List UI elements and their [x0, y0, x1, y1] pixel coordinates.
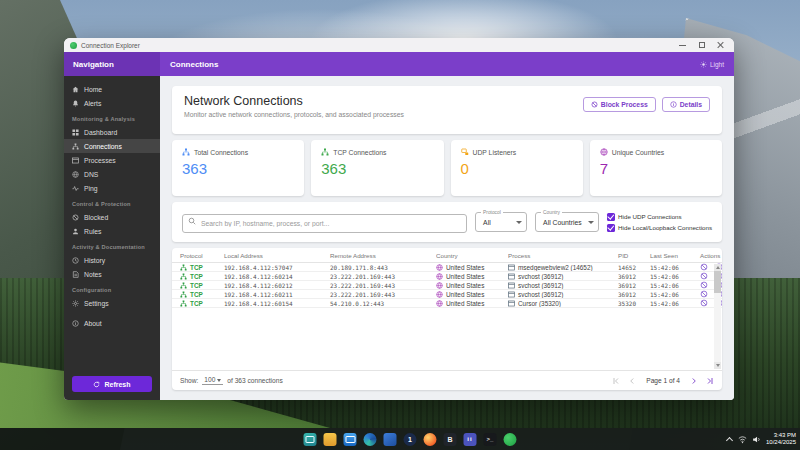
table-row[interactable]: TCP 192.168.4.112:57047 20.189.171.8:443… [172, 263, 722, 272]
page-label: Page 1 of 4 [646, 377, 680, 384]
block-action-icon[interactable] [700, 290, 708, 298]
table-row[interactable]: TCP 192.168.4.112:60214 23.222.201.169:4… [172, 272, 722, 281]
block-action-icon[interactable] [700, 272, 708, 280]
last-page-icon[interactable] [706, 377, 714, 385]
orange-browser-icon[interactable] [424, 433, 437, 446]
close-button[interactable] [717, 42, 724, 49]
next-page-icon[interactable] [690, 377, 698, 385]
table-row[interactable]: TCP 192.168.4.112:60211 23.222.201.169:4… [172, 290, 722, 299]
sidebar-item-rules[interactable]: Rules [64, 224, 160, 238]
sidebar-item-connections[interactable]: Connections [64, 139, 160, 153]
app-window: Connection Explorer Navigation Connectio… [64, 38, 734, 400]
remote-address: 23.222.201.169:443 [330, 273, 436, 280]
process-name: svchost (36912) [518, 291, 563, 298]
pid-value: 14652 [618, 264, 650, 271]
udp-icon [461, 148, 469, 156]
connection-explorer-taskbar-icon[interactable] [504, 433, 517, 446]
scroll-down-icon[interactable] [714, 362, 721, 369]
sidebar-item-blocked[interactable]: Blocked [64, 210, 160, 224]
checkbox-label: Hide Local/Loopback Connections [618, 224, 712, 231]
stat-value: 7 [600, 160, 712, 177]
speaker-icon[interactable] [752, 435, 761, 444]
theme-toggle-button[interactable]: Light [700, 61, 724, 68]
task-view-icon[interactable] [304, 433, 317, 446]
start-button[interactable] [284, 433, 297, 446]
details-label: Details [680, 101, 702, 108]
details-button[interactable]: Details [662, 97, 710, 112]
search-input[interactable] [182, 214, 467, 233]
stats-row: Total Connections 363 TCP Connections 36… [172, 140, 722, 196]
table-row[interactable]: TCP 192.168.4.112:60154 54.210.0.12:443 … [172, 299, 722, 308]
protocol-select[interactable]: Protocol All [475, 212, 527, 232]
country-select[interactable]: Country All Countries [535, 212, 599, 232]
remote-address: 20.189.171.8:443 [330, 264, 436, 271]
section-title: Network Connections [184, 94, 583, 108]
blue-app-icon[interactable] [384, 433, 397, 446]
tray-overflow-icon[interactable] [727, 436, 733, 442]
globe-icon [436, 264, 443, 271]
hub-icon [321, 148, 329, 156]
column-header-protocol: Protocol [180, 252, 224, 259]
sidebar-item-about[interactable]: About [64, 316, 160, 330]
sidebar-item-label: Alerts [84, 100, 101, 107]
local-address: 192.168.4.112:60214 [224, 273, 330, 280]
sidebar-item-label: Ping [84, 185, 98, 192]
column-header-actions: Actions [694, 252, 720, 259]
section-subtitle: Monitor active network connections, prot… [184, 111, 583, 118]
protocol-select-label: Protocol [481, 210, 503, 215]
table-row[interactable]: TCP 192.168.4.112:60212 23.222.201.169:4… [172, 281, 722, 290]
process-name: svchost (36912) [518, 273, 563, 280]
onepassword-icon[interactable] [404, 433, 417, 446]
sidebar-item-dashboard[interactable]: Dashboard [64, 125, 160, 139]
page-size-value: 100 [204, 376, 215, 383]
wifi-icon[interactable] [738, 435, 747, 444]
protocol-badge: TCP [190, 282, 203, 289]
stat-total-connections: Total Connections 363 [172, 140, 304, 196]
page-size-select[interactable]: 100 [202, 376, 223, 385]
refresh-button[interactable]: Refresh [72, 376, 152, 392]
scroll-up-icon[interactable] [714, 264, 721, 271]
maximize-button[interactable] [698, 42, 705, 49]
sidebar-item-ping[interactable]: Ping [64, 181, 160, 195]
sidebar-section-activity: Activity & Documentation [64, 238, 160, 253]
first-page-icon[interactable] [612, 377, 620, 385]
terminal-icon[interactable] [484, 433, 497, 446]
block-action-icon[interactable] [700, 263, 708, 271]
sidebar-item-notes[interactable]: Notes [64, 267, 160, 281]
process-name: msedgewebview2 (14652) [518, 264, 593, 271]
mail-icon[interactable] [344, 433, 357, 446]
hide-udp-checkbox[interactable]: Hide UDP Connections [607, 213, 712, 221]
minimize-button[interactable] [679, 42, 686, 49]
scrollbar-thumb[interactable] [714, 271, 721, 293]
sidebar-item-processes[interactable]: Processes [64, 153, 160, 167]
sidebar-item-history[interactable]: History [64, 253, 160, 267]
block-process-button[interactable]: Block Process [583, 97, 656, 112]
sidebar-item-settings[interactable]: Settings [64, 296, 160, 310]
table-scrollbar[interactable] [714, 264, 721, 369]
home-icon [72, 86, 79, 93]
edge-browser-icon[interactable] [364, 433, 377, 446]
teams-icon[interactable] [464, 433, 477, 446]
clock[interactable]: 3:43 PM 10/24/2025 [766, 432, 796, 446]
sidebar-item-home[interactable]: Home [64, 82, 160, 96]
file-explorer-icon[interactable] [324, 433, 337, 446]
grid-icon [72, 129, 79, 136]
process-icon [508, 264, 515, 271]
b-app-icon[interactable] [444, 433, 457, 446]
sidebar-item-label: History [84, 257, 105, 264]
process-icon [508, 291, 515, 298]
column-header-process: Process [508, 252, 618, 259]
sidebar-item-dns[interactable]: DNS [64, 167, 160, 181]
protocol-badge: TCP [190, 291, 203, 298]
title-bar[interactable]: Connection Explorer [64, 38, 734, 52]
block-action-icon[interactable] [700, 281, 708, 289]
pid-value: 35320 [618, 300, 650, 307]
table-footer: Show: 100 of 363 connections Page 1 of 4 [172, 370, 722, 390]
hide-loopback-checkbox[interactable]: Hide Local/Loopback Connections [607, 224, 712, 232]
block-process-label: Block Process [601, 101, 648, 108]
refresh-label: Refresh [104, 381, 130, 388]
block-action-icon[interactable] [700, 299, 708, 307]
sidebar-item-label: Settings [84, 300, 109, 307]
previous-page-icon[interactable] [628, 377, 636, 385]
sidebar-item-alerts[interactable]: Alerts [64, 96, 160, 110]
